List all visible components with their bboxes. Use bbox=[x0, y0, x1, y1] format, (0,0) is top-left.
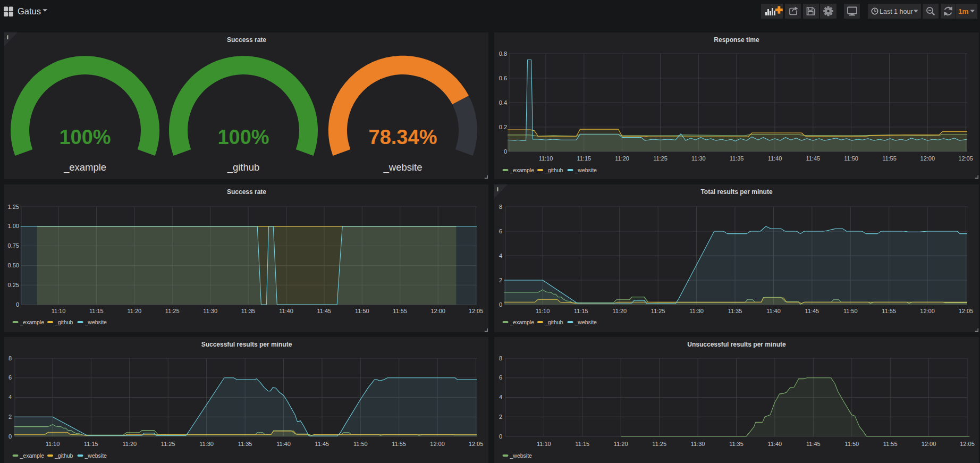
svg-text:0: 0 bbox=[499, 433, 502, 440]
svg-text:i: i bbox=[497, 186, 499, 192]
svg-text:Gatus: Gatus bbox=[18, 6, 41, 16]
svg-text:1.00: 1.00 bbox=[8, 223, 19, 229]
svg-text:11:25: 11:25 bbox=[651, 308, 665, 314]
svg-text:_example: _example bbox=[20, 319, 45, 325]
svg-text:8: 8 bbox=[499, 204, 502, 210]
svg-text:11:55: 11:55 bbox=[883, 441, 898, 447]
svg-text:11:40: 11:40 bbox=[279, 308, 293, 314]
svg-text:6: 6 bbox=[499, 228, 502, 234]
svg-text:11:30: 11:30 bbox=[691, 441, 705, 447]
svg-text:11:15: 11:15 bbox=[84, 441, 98, 447]
svg-text:11:20: 11:20 bbox=[612, 308, 627, 314]
svg-text:11:40: 11:40 bbox=[276, 441, 291, 447]
svg-text:11:30: 11:30 bbox=[199, 441, 214, 447]
svg-text:11:40: 11:40 bbox=[766, 308, 781, 314]
svg-text:11:15: 11:15 bbox=[577, 155, 591, 162]
svg-text:0: 0 bbox=[499, 301, 502, 308]
svg-text:0: 0 bbox=[9, 433, 12, 440]
svg-text:_website: _website bbox=[85, 319, 107, 325]
svg-text:11:25: 11:25 bbox=[652, 441, 666, 447]
svg-text:12:05: 12:05 bbox=[469, 308, 484, 314]
svg-text:_github: _github bbox=[544, 319, 563, 325]
svg-text:i: i bbox=[7, 34, 9, 40]
svg-text:11:45: 11:45 bbox=[805, 308, 820, 314]
svg-text:_example: _example bbox=[510, 167, 535, 173]
svg-text:1.25: 1.25 bbox=[8, 204, 19, 210]
svg-text:0.8: 0.8 bbox=[499, 50, 507, 57]
svg-text:8: 8 bbox=[499, 355, 502, 361]
svg-text:_example: _example bbox=[510, 319, 535, 325]
svg-text:11:25: 11:25 bbox=[653, 155, 668, 162]
svg-text:11:30: 11:30 bbox=[691, 155, 706, 162]
svg-text:12:00: 12:00 bbox=[430, 441, 445, 447]
svg-text:0.6: 0.6 bbox=[499, 75, 507, 81]
svg-text:Total results per minute: Total results per minute bbox=[700, 188, 772, 196]
svg-text:11:35: 11:35 bbox=[241, 308, 256, 314]
svg-text:4: 4 bbox=[499, 394, 502, 400]
svg-text:_website: _website bbox=[383, 162, 422, 173]
svg-text:Successful results per minute: Successful results per minute bbox=[201, 341, 292, 348]
svg-text:11:35: 11:35 bbox=[729, 441, 744, 447]
svg-text:11:15: 11:15 bbox=[574, 308, 588, 314]
svg-text:78.34%: 78.34% bbox=[369, 126, 437, 148]
svg-text:11:55: 11:55 bbox=[392, 441, 406, 447]
svg-text:12:05: 12:05 bbox=[958, 155, 973, 162]
svg-text:Success rate: Success rate bbox=[227, 36, 266, 44]
svg-text:100%: 100% bbox=[59, 126, 111, 148]
svg-text:11:45: 11:45 bbox=[317, 308, 332, 314]
svg-text:_website: _website bbox=[510, 452, 533, 459]
svg-text:11:35: 11:35 bbox=[730, 155, 744, 162]
svg-text:Response time: Response time bbox=[714, 36, 759, 44]
svg-text:8: 8 bbox=[9, 355, 12, 361]
svg-text:11:15: 11:15 bbox=[575, 441, 589, 447]
svg-text:Last 1 hour: Last 1 hour bbox=[880, 8, 913, 15]
svg-text:_website: _website bbox=[575, 167, 597, 173]
svg-text:_website: _website bbox=[85, 452, 107, 459]
svg-text:11:40: 11:40 bbox=[768, 441, 782, 447]
svg-text:6: 6 bbox=[9, 374, 12, 381]
svg-text:11:30: 11:30 bbox=[203, 308, 217, 314]
svg-text:11:20: 11:20 bbox=[127, 308, 141, 314]
svg-text:Unsuccessful results per minut: Unsuccessful results per minute bbox=[687, 341, 786, 348]
svg-text:0.4: 0.4 bbox=[499, 99, 507, 106]
svg-text:6: 6 bbox=[499, 374, 502, 381]
svg-text:_github: _github bbox=[54, 452, 73, 459]
svg-text:_github: _github bbox=[54, 319, 73, 325]
svg-text:11:55: 11:55 bbox=[882, 308, 896, 314]
svg-text:0: 0 bbox=[504, 148, 507, 155]
svg-text:12:00: 12:00 bbox=[920, 308, 935, 314]
svg-text:11:20: 11:20 bbox=[615, 155, 629, 162]
svg-text:11:45: 11:45 bbox=[806, 441, 821, 447]
svg-text:12:05: 12:05 bbox=[960, 441, 975, 447]
svg-text:0: 0 bbox=[16, 301, 19, 308]
svg-text:1m: 1m bbox=[958, 7, 969, 15]
svg-text:11:50: 11:50 bbox=[843, 308, 858, 314]
svg-text:11:50: 11:50 bbox=[355, 308, 369, 314]
svg-text:11:35: 11:35 bbox=[728, 308, 742, 314]
svg-text:11:15: 11:15 bbox=[89, 308, 104, 314]
svg-text:11:10: 11:10 bbox=[539, 155, 553, 162]
svg-text:4: 4 bbox=[9, 394, 12, 400]
svg-text:0.2: 0.2 bbox=[499, 124, 507, 130]
svg-text:0.50: 0.50 bbox=[8, 262, 19, 268]
svg-text:11:55: 11:55 bbox=[882, 155, 897, 162]
svg-text:11:30: 11:30 bbox=[689, 308, 704, 314]
svg-text:100%: 100% bbox=[217, 126, 269, 148]
svg-text:11:25: 11:25 bbox=[165, 308, 180, 314]
svg-text:11:50: 11:50 bbox=[844, 441, 859, 447]
svg-text:11:55: 11:55 bbox=[393, 308, 407, 314]
svg-text:2: 2 bbox=[499, 414, 502, 420]
svg-text:_example: _example bbox=[63, 162, 106, 173]
svg-text:11:35: 11:35 bbox=[238, 441, 252, 447]
svg-text:11:10: 11:10 bbox=[536, 308, 550, 314]
svg-text:11:20: 11:20 bbox=[614, 441, 628, 447]
svg-text:11:10: 11:10 bbox=[52, 308, 66, 314]
svg-text:12:00: 12:00 bbox=[922, 441, 936, 447]
svg-text:_github: _github bbox=[227, 162, 260, 173]
svg-text:11:10: 11:10 bbox=[537, 441, 551, 447]
svg-text:_example: _example bbox=[20, 452, 45, 459]
svg-text:11:45: 11:45 bbox=[806, 155, 820, 162]
svg-text:11:10: 11:10 bbox=[46, 441, 60, 447]
svg-text:11:20: 11:20 bbox=[122, 441, 137, 447]
svg-text:0.25: 0.25 bbox=[8, 282, 19, 288]
